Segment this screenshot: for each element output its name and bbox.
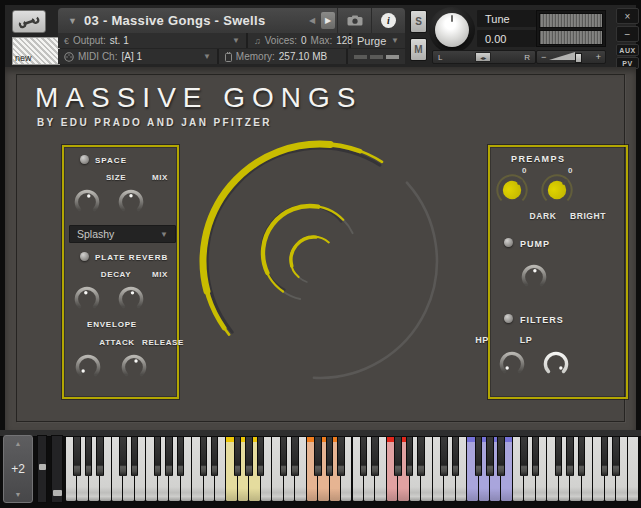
tune-value-box[interactable]: 0.00 — [477, 30, 536, 47]
volume-handle[interactable] — [575, 53, 582, 63]
black-key[interactable] — [280, 437, 288, 476]
reverb-type-dropdown[interactable]: Splashy ▼ — [69, 225, 176, 243]
chevron-down-icon[interactable]: ▼ — [232, 36, 240, 45]
black-key[interactable] — [497, 437, 505, 476]
black-key[interactable] — [245, 437, 253, 476]
chevron-down-icon[interactable]: ▼ — [68, 16, 77, 26]
transpose-down-icon[interactable]: ▼ — [15, 491, 22, 498]
black-key[interactable] — [154, 437, 162, 476]
zoom-handle[interactable] — [53, 490, 62, 496]
black-key[interactable] — [532, 437, 540, 476]
mix-label: MIX — [130, 270, 190, 279]
kontakt-instrument-window: new ▼ 03 - Massive Gongs - Swells ◀ ▶ i … — [0, 0, 641, 508]
black-key[interactable] — [119, 437, 127, 476]
scroll-handle[interactable] — [39, 464, 46, 470]
tune-label-box: Tune — [477, 10, 536, 27]
hp-knob[interactable] — [497, 349, 527, 383]
release-knob[interactable] — [119, 352, 149, 386]
mem-led — [370, 55, 383, 59]
output-selector[interactable]: € Output: st. 1 ▼ — [58, 33, 248, 48]
mem-led — [386, 55, 399, 59]
black-key[interactable] — [131, 437, 139, 476]
black-key[interactable] — [475, 437, 483, 476]
volume-slider[interactable]: − + — [536, 50, 606, 64]
mute-button[interactable]: M — [410, 38, 427, 61]
space-led[interactable] — [80, 155, 89, 164]
keyboard-zoom-strip[interactable] — [51, 435, 63, 503]
dark-value: 0 — [522, 166, 526, 175]
preset-title: 03 - Massive Gongs - Swells — [84, 13, 305, 28]
chevron-down-icon[interactable]: ▼ — [203, 52, 211, 61]
black-key[interactable] — [85, 437, 93, 476]
volume-wedge — [549, 52, 575, 60]
voices-display: ♫ Voices: 0 Max: 128 — [248, 33, 351, 48]
snapshot-camera-button[interactable] — [337, 8, 371, 33]
black-key[interactable] — [555, 437, 563, 476]
black-key[interactable] — [211, 437, 219, 476]
black-key[interactable] — [612, 437, 620, 476]
black-key[interactable] — [486, 437, 494, 476]
midi-channel-selector[interactable]: MIDI Ch: [A] 1 ▼ — [58, 49, 219, 64]
pan-handle[interactable]: ◂▸ — [475, 52, 491, 62]
reverb-mix-knob[interactable] — [116, 284, 146, 318]
info-button[interactable]: i — [371, 8, 405, 33]
black-key[interactable] — [73, 437, 81, 476]
white-key[interactable] — [628, 437, 638, 501]
bright-preamp-knob[interactable] — [535, 168, 579, 216]
black-key[interactable] — [406, 437, 414, 476]
black-key[interactable] — [96, 437, 104, 476]
tune-knob[interactable] — [429, 7, 475, 53]
release-label: RELEASE — [133, 338, 193, 347]
size-knob[interactable] — [72, 187, 102, 221]
black-key[interactable] — [394, 437, 402, 476]
black-key[interactable] — [566, 437, 574, 476]
fx-panel: PREAMPS 0 0 DARK BRIGHT PUMP FILTERS HP … — [488, 145, 628, 399]
solo-button[interactable]: S — [410, 10, 427, 33]
black-key[interactable] — [314, 437, 322, 476]
space-panel: SPACE SIZE MIX Splashy ▼ PLATE REVERB DE… — [62, 145, 179, 399]
black-key[interactable] — [234, 437, 242, 476]
transpose-up-icon[interactable]: ▲ — [15, 440, 22, 447]
preset-title-bar[interactable]: ▼ 03 - Massive Gongs - Swells ◀ ▶ i — [58, 8, 405, 33]
next-preset-button[interactable]: ▶ — [321, 12, 335, 29]
black-key[interactable] — [578, 437, 586, 476]
black-key[interactable] — [440, 437, 448, 476]
close-button[interactable]: × — [616, 8, 639, 24]
decay-knob[interactable] — [72, 284, 102, 318]
purge-menu[interactable]: Purge ▼ — [351, 33, 405, 48]
black-key[interactable] — [337, 437, 345, 476]
dark-preamp-knob[interactable] — [490, 168, 534, 216]
instrument-header: new ▼ 03 - Massive Gongs - Swells ◀ ▶ i … — [5, 5, 636, 67]
keyboard-scroll-strip[interactable] — [37, 435, 47, 503]
mem-led — [354, 55, 367, 59]
filters-led[interactable] — [504, 314, 513, 323]
black-key[interactable] — [601, 437, 609, 476]
black-key[interactable] — [452, 437, 460, 476]
chevron-down-icon[interactable]: ▼ — [391, 36, 399, 45]
attack-knob[interactable] — [73, 352, 103, 386]
prev-preset-button[interactable]: ◀ — [305, 12, 319, 29]
black-key[interactable] — [520, 437, 528, 476]
black-key[interactable] — [200, 437, 208, 476]
plate-reverb-led[interactable] — [80, 252, 89, 261]
minimize-button[interactable]: − — [616, 26, 639, 42]
piano-keyboard — [66, 436, 639, 502]
keyboard-area: ▲ +2 ▼ — [0, 430, 641, 508]
black-key[interactable] — [371, 437, 379, 476]
black-key[interactable] — [291, 437, 299, 476]
black-key[interactable] — [177, 437, 185, 476]
black-key[interactable] — [165, 437, 173, 476]
transpose-control[interactable]: ▲ +2 ▼ — [3, 435, 33, 503]
pan-slider[interactable]: L ◂▸ R — [432, 50, 536, 64]
black-key[interactable] — [417, 437, 425, 476]
edit-wrench-button[interactable] — [12, 10, 46, 33]
black-key[interactable] — [257, 437, 265, 476]
pump-led[interactable] — [504, 238, 513, 247]
pump-knob[interactable] — [519, 262, 549, 296]
aux-button[interactable]: aux — [616, 44, 639, 56]
mix-knob[interactable] — [116, 187, 146, 221]
black-key[interactable] — [326, 437, 334, 476]
black-key[interactable] — [360, 437, 368, 476]
header-row-2: MIDI Ch: [A] 1 ▼ Memory: 257.10 MB — [58, 49, 405, 64]
lp-knob[interactable] — [541, 349, 571, 383]
